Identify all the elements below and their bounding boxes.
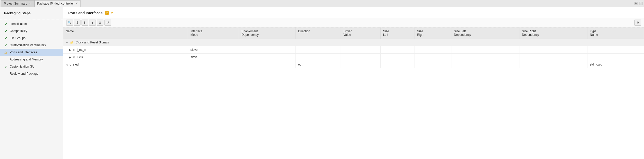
col-header-size-left-dep: Size LeftDependency (451, 27, 519, 39)
table-row-o_sled[interactable]: ◁ o_sled out std_logic (63, 61, 644, 68)
expand-i_rst_n[interactable]: ▶ (69, 49, 71, 51)
sidebar-label-addressing-and-memory: Addressing and Memory (10, 58, 43, 61)
cell-size-right-i_rst_n (414, 46, 451, 54)
sidebar-item-compatibility[interactable]: ✔ Compatibility (0, 27, 63, 35)
cell-size-right-dep-i_clk (519, 54, 587, 61)
sidebar-item-customization-parameters[interactable]: ✔ Customization Parameters (0, 42, 63, 49)
group-label-clock: Clock and Reset Signals (76, 41, 109, 44)
cell-size-right-i_clk (414, 54, 451, 61)
cell-name-i_rst_n: ▶ ⊟ i_rst_n (63, 46, 188, 54)
tab-package-ip-close[interactable]: ✕ (75, 2, 78, 5)
section-title: Ports and Interfaces (68, 11, 103, 15)
sidebar-divider (0, 19, 63, 19)
cell-size-right-dep-i_rst_n (519, 46, 587, 54)
col-header-type-name: TypeName (587, 27, 644, 39)
sidebar-item-file-groups[interactable]: ✔ File Groups (0, 35, 63, 42)
cell-type-name-i_clk (587, 54, 644, 61)
collapse-group-clock[interactable]: ▼ (66, 41, 68, 44)
cell-size-left-dep-o_sled (451, 61, 519, 68)
cell-interface-mode-i_rst_n: slave (188, 46, 239, 54)
content-area: Ports and Interfaces ⚠ 2 🔍 ⬇ ⬆ + ⊞ ↺ (63, 7, 644, 159)
tab-bar: Project Summary ✕ Package IP - led_contr… (0, 0, 644, 7)
check-icon-customization-gui: ✔ (4, 65, 8, 68)
warning-badge-icon: ⚠ (105, 11, 109, 15)
maximize-button[interactable]: ⬜ (639, 2, 643, 5)
search-button[interactable]: 🔍 (66, 20, 73, 26)
sidebar-item-ports-and-interfaces[interactable]: ⚠ Ports and Interfaces (0, 49, 63, 56)
cell-driver-i_clk (341, 54, 381, 61)
collapse-all-button[interactable]: ⬇ (74, 20, 81, 26)
settings-button[interactable]: ⚙ (634, 20, 641, 26)
expand-i_clk[interactable]: ▶ (69, 56, 71, 59)
col-header-interface-mode: InterfaceMode (188, 27, 239, 39)
col-header-enablement: EnablementDependency (239, 27, 295, 39)
sidebar: Packaging Steps ✔ Identification ✔ Compa… (0, 7, 63, 159)
ports-table: Name InterfaceMode EnablementDependency … (63, 27, 644, 68)
search-icon: 🔍 (68, 21, 72, 24)
port-label-o_sled: o_sled (70, 63, 78, 66)
col-header-size-right: SizeRight (414, 27, 451, 39)
settings-icon: ⚙ (636, 21, 639, 24)
sidebar-label-customization-parameters: Customization Parameters (10, 43, 46, 47)
group-cell-clock: ▼ 📁 Clock and Reset Signals (63, 39, 644, 46)
sidebar-title: Packaging Steps (0, 11, 63, 18)
main-layout: Packaging Steps ✔ Identification ✔ Compa… (0, 7, 644, 159)
col-header-name: Name (63, 27, 188, 39)
check-icon-compatibility: ✔ (4, 29, 8, 33)
sidebar-label-ports-and-interfaces: Ports and Interfaces (10, 51, 37, 54)
port-icon-i_clk: ⊟ (73, 56, 75, 59)
sidebar-label-customization-gui: Customization GUI (10, 65, 35, 68)
tab-package-ip[interactable]: Package IP - led_controller ✕ (34, 0, 81, 7)
cell-name-o_sled: ◁ o_sled (63, 61, 188, 68)
add-button[interactable]: + (89, 20, 96, 26)
sidebar-label-identification: Identification (10, 22, 27, 26)
table-row-i_rst_n[interactable]: ▶ ⊟ i_rst_n slave (63, 46, 644, 54)
cell-size-left-dep-i_clk (451, 54, 519, 61)
sidebar-item-addressing-and-memory[interactable]: Addressing and Memory (0, 56, 63, 63)
tab-project-summary[interactable]: Project Summary ✕ (1, 0, 34, 7)
cell-direction-i_rst_n (296, 46, 341, 54)
cell-size-left-i_rst_n (380, 46, 414, 54)
toolbar: 🔍 ⬇ ⬆ + ⊞ ↺ ⚙ (63, 18, 644, 27)
cell-interface-mode-i_clk: slave (188, 54, 239, 61)
col-header-size-right-dep: Size RightDependency (519, 27, 587, 39)
sidebar-label-compatibility: Compatibility (10, 29, 27, 33)
table-container: Name InterfaceMode EnablementDependency … (63, 27, 644, 68)
table-header-row: Name InterfaceMode EnablementDependency … (63, 27, 644, 39)
cell-size-left-i_clk (380, 54, 414, 61)
cell-direction-i_clk (296, 54, 341, 61)
restore-button[interactable]: ⧉ (634, 2, 638, 5)
no-icon-review (4, 72, 8, 75)
sidebar-label-review-and-package: Review and Package (10, 72, 38, 75)
sidebar-item-review-and-package[interactable]: Review and Package (0, 70, 63, 77)
cell-size-right-dep-o_sled (519, 61, 587, 68)
columns-button[interactable]: ⊞ (97, 20, 103, 26)
col-header-direction: Direction (296, 27, 341, 39)
section-header: Ports and Interfaces ⚠ 2 (63, 7, 644, 18)
check-icon-file-groups: ✔ (4, 36, 8, 40)
cell-enablement-o_sled (239, 61, 295, 68)
badge-count: 2 (111, 11, 113, 15)
refresh-icon: ↺ (106, 21, 109, 24)
refresh-button[interactable]: ↺ (104, 20, 111, 26)
sidebar-item-customization-gui[interactable]: ✔ Customization GUI (0, 63, 63, 70)
cell-type-name-o_sled: std_logic (587, 61, 644, 68)
group-icon-clock: 📁 (70, 41, 74, 44)
table-row-group-clock: ▼ 📁 Clock and Reset Signals (63, 39, 644, 46)
cell-name-i_clk: ▶ ⊟ i_clk (63, 54, 188, 61)
expand-all-button[interactable]: ⬆ (82, 20, 88, 26)
col-header-driver-value: DriverValue (341, 27, 381, 39)
cell-type-name-i_rst_n (587, 46, 644, 54)
check-icon-identification: ✔ (4, 22, 8, 26)
warning-icon-ports: ⚠ (4, 51, 8, 54)
port-label-i_rst_n: i_rst_n (77, 48, 86, 52)
cell-driver-o_sled (341, 61, 381, 68)
sidebar-label-file-groups: File Groups (10, 36, 25, 40)
port-icon-i_rst_n: ⊟ (73, 49, 75, 51)
tab-project-summary-label: Project Summary (4, 2, 27, 5)
sidebar-item-identification[interactable]: ✔ Identification (0, 20, 63, 27)
tab-project-summary-close[interactable]: ✕ (29, 2, 31, 5)
add-icon: + (91, 21, 94, 25)
table-row-i_clk[interactable]: ▶ ⊟ i_clk slave (63, 54, 644, 61)
no-icon-addressing (4, 58, 8, 61)
